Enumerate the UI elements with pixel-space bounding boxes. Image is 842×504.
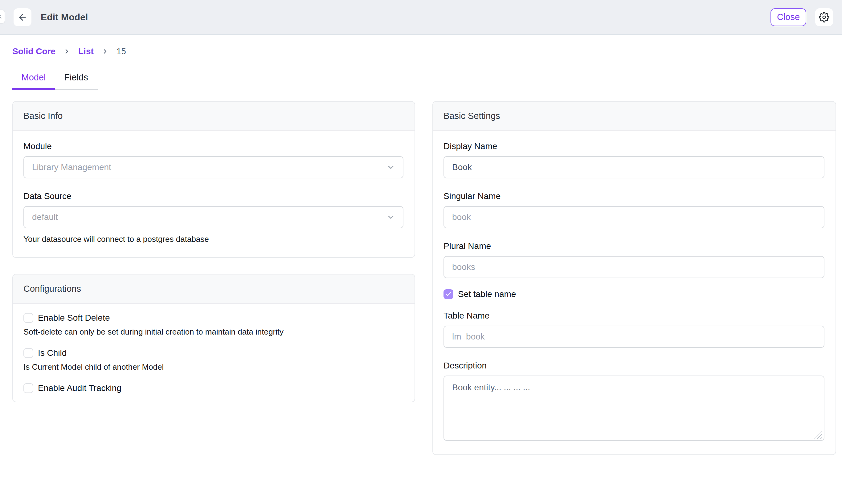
data-source-select-value: default [32,212,58,222]
checkbox-row-is-child[interactable]: Is Child [23,348,404,358]
display-name-label: Display Name [444,141,824,151]
chevron-right-icon [63,48,71,55]
back-button[interactable] [14,8,32,26]
close-button[interactable]: Close [770,8,806,26]
basic-info-body: Module Library Management Data Source de… [13,131,414,257]
basic-settings-title: Basic Settings [433,102,836,131]
breadcrumb-link-solid-core[interactable]: Solid Core [12,47,55,56]
plural-name-field: Plural Name [444,241,824,278]
plural-name-input[interactable] [444,256,824,278]
module-select[interactable]: Library Management [23,156,404,178]
data-source-helper: Your datasource will connect to a postgr… [23,234,404,244]
is-child-helper: Is Current Model child of another Model [23,362,404,372]
check-icon [445,291,451,297]
data-source-field: Data Source default Your datasource will… [23,191,404,244]
checkbox-is-child[interactable] [23,348,33,358]
description-field: Description Book entity... ... ... ... [444,361,824,441]
plural-name-label: Plural Name [444,241,824,251]
basic-settings-body: Display Name Singular Name Plural Name [433,131,836,454]
configurations-title: Configurations [13,274,414,304]
edit-model-page: Edit Model Close Solid Core List 15 Mode… [0,0,842,504]
soft-delete-helper: Soft-delete can only be set during initi… [23,327,404,337]
description-label: Description [444,361,824,371]
breadcrumb-link-list[interactable]: List [78,47,94,56]
right-column: Basic Settings Display Name Singular Nam… [432,101,836,455]
checkbox-set-table-name[interactable] [444,289,453,299]
basic-info-title: Basic Info [13,102,414,131]
config-group-is-child: Is Child Is Current Model child of anoth… [23,348,404,372]
basic-info-card: Basic Info Module Library Management Dat… [12,101,415,258]
checkbox-label: Enable Audit Tracking [38,383,122,393]
module-field: Module Library Management [23,141,404,178]
description-textarea[interactable]: Book entity... ... ... ... [444,376,824,441]
settings-button[interactable] [815,8,833,26]
configurations-card: Configurations Enable Soft Delete Soft-d… [12,274,415,402]
breadcrumb: Solid Core List 15 [0,35,842,56]
collapse-panel-button[interactable] [0,10,5,24]
data-source-select[interactable]: default [23,206,404,228]
table-name-input[interactable] [444,326,824,348]
breadcrumb-current: 15 [117,47,126,56]
configurations-body: Enable Soft Delete Soft-delete can only … [13,304,414,402]
page-title: Edit Model [41,12,88,22]
tab-model[interactable]: Model [12,72,55,90]
display-name-input[interactable] [444,156,824,178]
chevron-down-icon [386,213,395,222]
checkbox-label: Set table name [458,289,516,299]
main-content: Basic Info Module Library Management Dat… [0,90,842,455]
module-select-value: Library Management [32,162,111,172]
singular-name-label: Singular Name [444,191,824,201]
chevron-down-icon [386,163,395,172]
chevron-right-icon [102,48,109,55]
singular-name-field: Singular Name [444,191,824,228]
table-name-field: Table Name [444,311,824,348]
checkbox-enable-soft-delete[interactable] [23,313,33,323]
gear-icon [819,12,829,22]
description-textarea-wrap: Book entity... ... ... ... [444,376,824,441]
config-group-soft-delete: Enable Soft Delete Soft-delete can only … [23,313,404,337]
chevron-left-icon [0,14,3,20]
config-group-audit-tracking: Enable Audit Tracking [23,383,404,393]
checkbox-label: Enable Soft Delete [38,313,110,323]
left-column: Basic Info Module Library Management Dat… [12,101,415,402]
checkbox-row-enable-soft-delete[interactable]: Enable Soft Delete [23,313,404,323]
tab-bar: Model Fields [12,72,98,90]
singular-name-input[interactable] [444,206,824,228]
table-name-label: Table Name [444,311,824,321]
basic-settings-card: Basic Settings Display Name Singular Nam… [432,101,836,455]
checkbox-row-enable-audit-tracking[interactable]: Enable Audit Tracking [23,383,404,393]
checkbox-enable-audit-tracking[interactable] [23,383,33,393]
checkbox-row-set-table-name[interactable]: Set table name [444,289,824,299]
top-bar: Edit Model Close [0,0,842,35]
checkbox-label: Is Child [38,348,67,358]
data-source-label: Data Source [23,191,404,201]
arrow-left-icon [18,12,28,22]
display-name-field: Display Name [444,141,824,178]
module-label: Module [23,141,404,151]
tab-fields[interactable]: Fields [55,72,97,90]
